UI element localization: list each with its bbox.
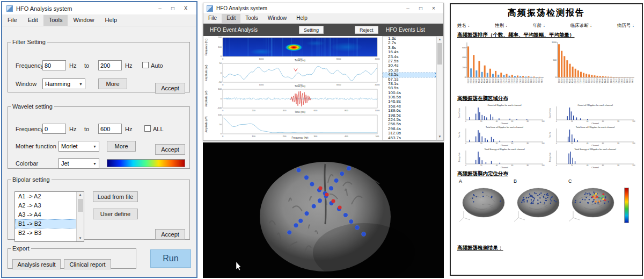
close-icon[interactable]: X [179,5,192,11]
bipolar-accept-button[interactable]: Accept [155,229,185,240]
brain-figure-a: A [457,178,510,226]
scroll-down-icon[interactable]: ▼ [437,134,443,140]
mother-function-label: Mother function [16,143,56,149]
all-checkbox[interactable] [144,125,151,132]
filter-freq-to-input[interactable] [98,60,122,70]
scroll-down-icon[interactable]: ▼ [77,235,84,241]
chevron-down-icon: ▼ [93,145,97,148]
bipolar-list-item[interactable]: A1 -> A2 [15,192,84,201]
bipolar-list-item[interactable]: A2 -> A3 [15,201,84,210]
wavelet-more-button[interactable]: More [107,141,136,152]
events-scrollbar[interactable]: ▲ ▼ [436,36,443,140]
scroll-up-icon[interactable]: ▲ [77,192,84,198]
spectrum-plot: Amplitude (uV)1005000100200300400500Freq… [203,113,382,139]
svg-text:4000: 4000 [375,83,380,86]
bipolar-setting-group: Bipolar setting A1 -> A2A2 -> A3A3 -> A4… [8,176,190,240]
menu-item-file[interactable]: File [2,15,23,26]
event-list-item[interactable]: 453.7s [383,136,436,140]
svg-text:20: 20 [571,164,573,167]
svg-text:20: 20 [571,120,573,123]
svg-text:0: 0 [556,120,557,123]
minimize-icon[interactable]: – [401,5,414,11]
scrollbar-thumb[interactable] [78,199,83,212]
svg-text:R4-R5: R4-R5 [599,78,601,83]
scrollbar-thumb[interactable] [437,43,442,65]
hz-label: Hz [69,62,76,69]
menu-item-help[interactable]: Help [100,15,123,26]
filter-freq-from-input[interactable] [42,60,66,70]
svg-text:80: 80 [526,164,529,167]
analysis-result-button[interactable]: Analysis result [12,259,61,269]
scroll-up-icon[interactable]: ▲ [437,37,443,42]
window-fn-label: Window [16,81,36,87]
event-menubar: FileEditToolsWindowHelp [203,14,443,24]
bipolar-list-item[interactable]: A3 -> A4 [15,210,84,219]
svg-text:100: 100 [218,88,222,90]
colorbar-dropdown[interactable]: Jet ▼ [58,158,99,169]
age-field-label: 年龄： [533,23,547,29]
svg-text:E1-E2: E1-E2 [522,78,524,83]
filter-more-button[interactable]: More [98,78,127,89]
svg-text:Amplitude (uV): Amplitude (uV) [205,65,208,81]
window-fn-dropdown[interactable]: Hamming ▼ [42,78,85,89]
svg-text:F3-F4: F3-F4 [538,78,540,83]
mother-function-dropdown[interactable]: Morlet ▼ [58,141,99,152]
load-from-file-button[interactable]: Load from file [93,191,138,202]
wavelet-freq-from-input[interactable] [42,124,66,134]
bipolar-list-item[interactable]: B2 -> B3 [15,228,84,238]
svg-text:1000: 1000 [375,109,380,112]
svg-text:0: 0 [465,76,466,78]
user-define-button[interactable]: User define [93,209,138,219]
channel-histogram: Total time of FRipples for each channelT… [548,125,635,147]
svg-text:D4-D5: D4-D5 [621,78,623,83]
menu-item-tools[interactable]: Tools [43,15,68,26]
svg-text:20: 20 [480,120,482,123]
svg-text:Count / times: Count / times [458,108,460,118]
record-no-field-label: 病历号： [617,23,635,29]
svg-text:200: 200 [283,135,287,138]
channel-histogram: Count of FRipples for each channelCount … [548,103,635,125]
channel-distribution-grid: Count of Ripples for each channelCount /… [457,103,635,169]
reject-button[interactable]: Reject [355,26,378,34]
svg-text:Total Energy of Ripples for ea: Total Energy of Ripples for each channel [484,148,524,151]
maximize-icon[interactable]: □ [166,5,179,11]
all-checkbox-label: ALL [153,126,164,132]
bipolar-list-item[interactable]: B1 -> B2 [15,219,84,228]
bipolar-setting-legend: Bipolar setting [11,176,52,183]
clinical-report-button[interactable]: Clinical report [64,259,111,269]
svg-text:100: 100 [541,164,545,167]
bipolar-scrollbar[interactable]: ▲ ▼ [76,192,84,241]
svg-text:400: 400 [345,135,348,138]
menu-item-window[interactable]: Window [68,15,99,26]
filter-accept-button[interactable]: Accept [155,83,185,94]
menu-item-help[interactable]: Help [291,14,312,23]
setting-button[interactable]: Setting [299,26,324,34]
window-fn-value: Hamming [45,81,70,87]
svg-text:80: 80 [526,120,529,123]
svg-text:C1-C2: C1-C2 [500,78,502,83]
svg-text:500: 500 [376,135,379,138]
svg-text:800: 800 [345,109,348,112]
wavelet-setting-group: Wavelet setting Frequency Hz to Hz ALL M… [8,103,190,169]
menu-item-edit[interactable]: Edit [222,14,240,23]
svg-text:20: 20 [571,142,573,145]
maximize-icon[interactable]: □ [414,5,427,11]
auto-checkbox[interactable] [142,62,149,68]
wavelet-accept-button[interactable]: Accept [155,144,185,155]
minimize-icon[interactable]: – [153,5,166,11]
svg-text:100: 100 [218,113,222,116]
name-field-label: 姓名： [457,23,471,29]
menu-item-window[interactable]: Window [263,14,292,23]
menu-item-tools[interactable]: Tools [240,14,262,23]
run-button[interactable]: Run [150,249,191,268]
brain-render-a [457,183,510,224]
channel-histogram: Total time of Ripples for each channelTi… [457,125,545,147]
close-icon[interactable]: × [427,5,440,11]
mother-function-value: Morlet [61,143,78,149]
menu-item-edit[interactable]: Edit [23,15,43,26]
svg-text:E3-E4: E3-E4 [528,78,530,83]
svg-text:80: 80 [617,142,619,145]
menu-item-file[interactable]: File [203,14,222,23]
wavelet-freq-to-input[interactable] [98,124,122,134]
svg-text:100: 100 [541,142,545,145]
